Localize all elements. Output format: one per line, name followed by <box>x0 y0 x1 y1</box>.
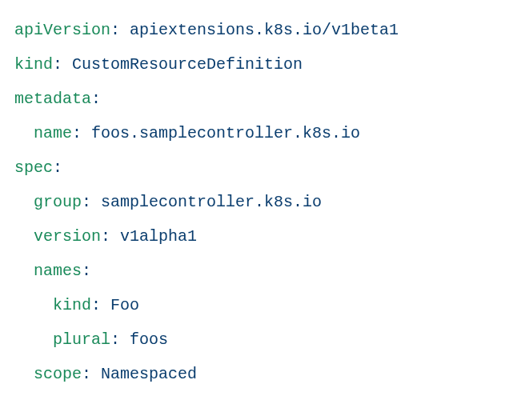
yaml-value: Namespaced <box>101 365 197 383</box>
yaml-line-spec-names-plural: plural: foos <box>14 322 507 357</box>
yaml-value: foos <box>130 330 168 349</box>
yaml-colon: : <box>82 193 101 211</box>
yaml-colon: : <box>53 55 72 74</box>
yaml-key: apiVersion <box>14 21 110 39</box>
yaml-key: version <box>34 227 101 246</box>
yaml-key: names <box>34 262 82 280</box>
yaml-colon: : <box>72 124 91 142</box>
yaml-line-metadata: metadata: <box>14 82 507 116</box>
yaml-line-spec: spec: <box>14 150 507 185</box>
yaml-line-kind: kind: CustomResourceDefinition <box>14 47 507 82</box>
yaml-line-metadata-name: name: foos.samplecontroller.k8s.io <box>14 116 507 150</box>
yaml-line-apiversion: apiVersion: apiextensions.k8s.io/v1beta1 <box>14 13 507 47</box>
yaml-colon: : <box>91 296 110 314</box>
yaml-value: samplecontroller.k8s.io <box>101 193 322 211</box>
yaml-value: apiextensions.k8s.io/v1beta1 <box>130 21 399 39</box>
yaml-colon: : <box>91 90 101 108</box>
yaml-value: v1alpha1 <box>120 227 197 246</box>
yaml-colon: : <box>82 262 91 280</box>
yaml-line-spec-group: group: samplecontroller.k8s.io <box>14 185 507 219</box>
yaml-value: CustomResourceDefinition <box>72 55 303 74</box>
yaml-colon: : <box>110 21 130 39</box>
yaml-key: plural <box>53 330 110 349</box>
yaml-key: scope <box>34 365 82 383</box>
yaml-key: name <box>34 124 72 142</box>
yaml-colon: : <box>101 227 120 246</box>
yaml-colon: : <box>110 330 130 349</box>
yaml-value: Foo <box>110 296 139 314</box>
yaml-line-spec-version: version: v1alpha1 <box>14 219 507 254</box>
yaml-line-spec-scope: scope: Namespaced <box>14 357 507 391</box>
yaml-key: kind <box>53 296 91 314</box>
yaml-line-spec-names: names: <box>14 254 507 288</box>
yaml-colon: : <box>82 365 101 383</box>
yaml-value: foos.samplecontroller.k8s.io <box>91 124 360 142</box>
yaml-key: group <box>34 193 82 211</box>
yaml-key: kind <box>14 55 53 74</box>
yaml-line-spec-names-kind: kind: Foo <box>14 288 507 322</box>
yaml-key: metadata <box>14 90 91 108</box>
yaml-key: spec <box>14 158 53 177</box>
yaml-colon: : <box>53 158 62 177</box>
